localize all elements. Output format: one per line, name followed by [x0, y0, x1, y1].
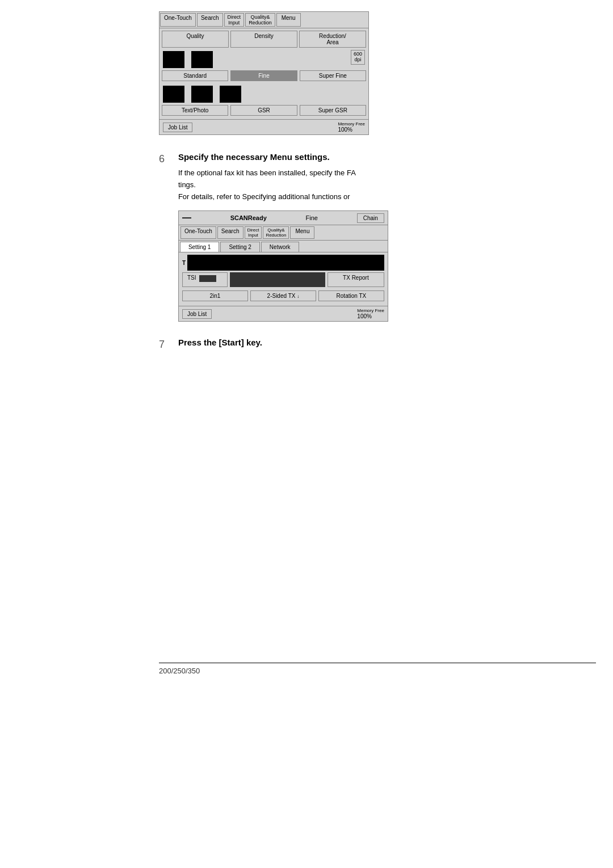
2in1-button[interactable]: 2in1 — [182, 290, 248, 301]
tx-report-button[interactable]: TX Report — [328, 272, 384, 287]
step7-block: 7 Press the [Start] key. — [159, 338, 613, 353]
search-tab[interactable]: Search — [197, 13, 223, 27]
memory-info: Memory Free 100% — [338, 121, 365, 133]
step6-block: 6 Specify the necessary Menu settings. I… — [159, 152, 613, 322]
address-display-bar — [187, 255, 384, 271]
direct-input-tab[interactable]: Direct Input — [224, 13, 245, 27]
p2-memory-info: Memory Free 100% — [357, 308, 384, 319]
super-fine-button[interactable]: Super Fine — [300, 70, 366, 81]
p2-quality-reduction-tab[interactable]: Quality& Reduction — [263, 226, 289, 239]
p2-menu-button[interactable]: Menu — [290, 226, 314, 239]
standard-icon — [163, 51, 184, 68]
status-bar: — SCANReady Fine Chain — [179, 211, 388, 225]
quality-section-tab[interactable]: Quality — [162, 31, 229, 48]
panel2-topbar: One-Touch Search Direct Input Quality& R… — [179, 225, 388, 241]
fine-label: Fine — [306, 214, 318, 221]
step7-main-text: Press the [Start] key. — [178, 338, 610, 347]
quality-reduction-tab[interactable]: Quality& Reduction — [245, 13, 275, 27]
footer-divider — [159, 663, 596, 663]
one-touch-tab[interactable]: One-Touch — [160, 13, 196, 27]
footer-model-text: 200/250/350 — [159, 667, 596, 675]
fax-content-area: T TSI TX Report 2in1 — [179, 252, 388, 306]
fax-menu-panel: — SCANReady Fine Chain One-Touch Search … — [178, 210, 388, 322]
reduction-area-tab[interactable]: Reduction/ Area — [299, 31, 366, 48]
setting2-tab[interactable]: Setting 2 — [220, 242, 259, 252]
standard-button[interactable]: Standard — [162, 70, 228, 81]
fine-button[interactable]: Fine — [230, 70, 297, 81]
tsi-display — [199, 275, 216, 282]
text-photo-button[interactable]: Text/Photo — [162, 105, 228, 116]
quality-buttons-row2: Text/Photo GSR Super GSR — [159, 104, 368, 117]
step7-text-block: Press the [Start] key. — [178, 338, 610, 353]
tsi-button[interactable]: TSI — [182, 272, 228, 287]
dpi-and-icons-row: 600 dpi — [159, 48, 368, 69]
panel2-bottom-bar: Job List Memory Free 100% — [179, 306, 388, 321]
t-label: T — [182, 260, 186, 266]
step6-number: 6 — [159, 153, 176, 165]
panel1-topbar: One-Touch Search Direct Input Quality& R… — [159, 12, 368, 28]
scan-ready-label: SCANReady — [230, 214, 267, 221]
p2-one-touch-tab[interactable]: One-Touch — [180, 226, 216, 239]
icon-squares-row1 — [163, 50, 351, 68]
dpi-badge: 600 dpi — [351, 50, 365, 65]
density-section-tab[interactable]: Density — [230, 31, 297, 48]
dash-label: — — [182, 213, 191, 223]
tsi-dark-area — [230, 272, 325, 287]
super-gsr-button[interactable]: Super GSR — [300, 105, 366, 116]
quality-panel: One-Touch Search Direct Input Quality& R… — [159, 11, 369, 135]
quality-buttons-row1: Standard Fine Super Fine — [159, 69, 368, 82]
setting1-tab[interactable]: Setting 1 — [180, 242, 219, 252]
text-photo-icon — [163, 86, 184, 103]
step6-text-block: Specify the necessary Menu settings. If … — [178, 152, 610, 322]
fine-icon — [191, 51, 213, 68]
super-gsr-icon — [220, 86, 241, 103]
chain-button[interactable]: Chain — [357, 213, 384, 223]
rotation-tx-button[interactable]: Rotation TX — [318, 290, 384, 301]
section-tabs-row: Quality Density Reduction/ Area — [159, 28, 368, 48]
tsi-row: TSI TX Report — [182, 272, 384, 287]
step7-number: 7 — [159, 339, 176, 351]
menu-button[interactable]: Menu — [276, 13, 301, 27]
footer-section: 200/250/350 — [159, 663, 596, 675]
action-buttons-row: 2in1 2-Sided TX Rotation TX — [182, 290, 384, 301]
job-list-button[interactable]: Job List — [163, 123, 192, 132]
p2-direct-input-tab[interactable]: Direct Input — [245, 226, 262, 239]
network-tab[interactable]: Network — [261, 242, 299, 252]
panel1-bottom-bar: Job List Memory Free 100% — [159, 119, 368, 134]
t-label-row: T — [182, 255, 384, 271]
icon-squares-row2 — [159, 85, 368, 104]
step6-sub-text: If the optional fax kit has been install… — [178, 167, 610, 203]
p2-job-list-button[interactable]: Job List — [182, 309, 212, 319]
setting-tabs-row: Setting 1 Setting 2 Network — [179, 241, 388, 252]
gsr-button[interactable]: GSR — [230, 105, 297, 116]
gsr-icon — [191, 86, 213, 103]
step6-main-text: Specify the necessary Menu settings. — [178, 152, 610, 162]
2sided-tx-button[interactable]: 2-Sided TX — [250, 290, 316, 301]
p2-search-tab[interactable]: Search — [217, 226, 243, 239]
